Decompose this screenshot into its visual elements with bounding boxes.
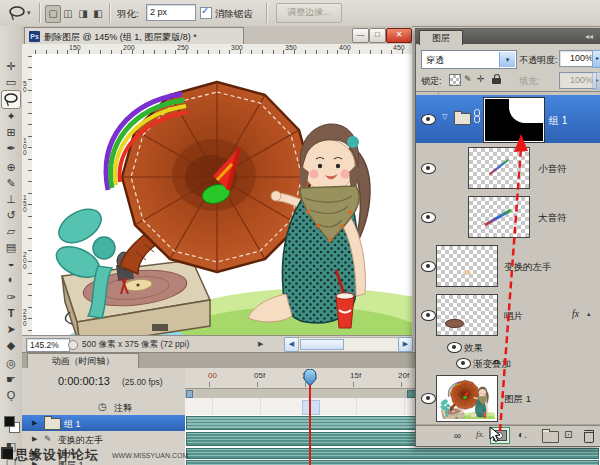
- refine-edge-button[interactable]: 调整边缘...: [276, 3, 342, 23]
- layer-thumbnail[interactable]: [468, 147, 530, 189]
- layer-row-group1[interactable]: ▽ 组 1: [416, 95, 600, 144]
- maximize-button[interactable]: □: [369, 28, 386, 43]
- layer-row-record[interactable]: 唱片 fx ▴: [416, 290, 600, 340]
- adjustment-layer-button[interactable]: ◐.: [518, 429, 527, 440]
- expand-triangle-icon[interactable]: ▽: [442, 113, 447, 121]
- fx-collapse-icon[interactable]: ▴: [587, 310, 591, 318]
- scrollbar-thumb[interactable]: [300, 339, 344, 350]
- layer-name[interactable]: 大音符: [538, 212, 567, 225]
- selection-intersect-button[interactable]: ◧: [90, 5, 106, 23]
- timeline-tab[interactable]: 动画（时间轴）: [27, 353, 139, 369]
- duration-bar[interactable]: [186, 460, 599, 465]
- layer-mask-thumbnail[interactable]: [484, 98, 544, 142]
- pen-tool-icon[interactable]: ✑: [0, 289, 22, 305]
- expand-icon[interactable]: ▶: [32, 419, 37, 427]
- visibility-eye-icon[interactable]: [421, 261, 436, 272]
- visibility-eye-icon[interactable]: [421, 163, 436, 174]
- lock-position-icon[interactable]: ✛: [477, 74, 485, 84]
- eraser-tool-icon[interactable]: ▱: [0, 223, 22, 239]
- layer-thumbnail[interactable]: [468, 196, 530, 238]
- work-area-start[interactable]: [186, 390, 193, 398]
- move-tool-icon[interactable]: ✛: [0, 58, 22, 74]
- track-label-comments[interactable]: ◷ 注释: [22, 398, 185, 416]
- lasso-tool-selected[interactable]: [1, 90, 21, 109]
- zoom-tool-icon[interactable]: Ǫ: [0, 387, 22, 403]
- marquee-tool-icon[interactable]: ▭: [0, 74, 22, 90]
- crop-tool-icon[interactable]: ⊞: [0, 124, 22, 140]
- canvas[interactable]: [32, 54, 412, 335]
- dodge-tool-icon[interactable]: ◐: [0, 271, 22, 287]
- foreground-color-swatch[interactable]: [4, 416, 15, 427]
- selection-new-button[interactable]: ▢: [45, 5, 61, 23]
- delete-layer-button[interactable]: [584, 430, 594, 443]
- new-layer-button[interactable]: ⊡: [564, 429, 572, 440]
- rotate-3d-tool-icon[interactable]: ◎: [0, 355, 22, 371]
- layer-thumbnail[interactable]: [436, 294, 498, 336]
- track-bar-record[interactable]: [185, 447, 600, 459]
- layer-row-lefthand[interactable]: 变换的左手: [416, 241, 600, 291]
- duration-bar[interactable]: [186, 448, 599, 459]
- blend-mode-select[interactable]: 穿透 ▾: [421, 50, 517, 69]
- opacity-spinner[interactable]: ▸: [592, 50, 600, 68]
- antialias-label[interactable]: 消除锯齿: [215, 8, 253, 21]
- fx-badge[interactable]: fx: [572, 309, 579, 319]
- visibility-eye-icon[interactable]: [456, 358, 471, 369]
- blur-tool-icon[interactable]: ◒: [0, 255, 22, 271]
- collapse-panel-icon[interactable]: ◂◂: [585, 32, 593, 41]
- healing-brush-tool-icon[interactable]: ⊕: [0, 159, 22, 175]
- layer-style-button[interactable]: fx.: [476, 429, 485, 439]
- layer-name[interactable]: 图层 1: [504, 393, 531, 406]
- minimize-button[interactable]: —: [352, 28, 369, 43]
- proxy-arrow-icon[interactable]: ▶: [258, 340, 263, 348]
- keyframe-marker[interactable]: [302, 400, 320, 415]
- gradient-overlay-label[interactable]: 渐变叠加: [473, 358, 511, 371]
- document-tab[interactable]: Ps 删除图层 @ 145% (组 1, 图层蒙版/8) *: [24, 27, 244, 45]
- effects-label[interactable]: 效果: [464, 342, 483, 355]
- horizontal-scrollbar[interactable]: [298, 337, 399, 352]
- lasso-dropdown-caret[interactable]: ▾: [27, 9, 31, 17]
- layers-tab[interactable]: 图层: [419, 30, 463, 45]
- quick-selection-tool-icon[interactable]: ✦: [0, 108, 22, 124]
- hand-tool-icon[interactable]: ☛: [0, 371, 22, 387]
- lock-transparency-icon[interactable]: [449, 74, 461, 86]
- eyedropper-tool-icon[interactable]: ✒: [0, 140, 22, 156]
- selection-subtract-button[interactable]: ◨: [75, 5, 91, 23]
- layer-thumbnail[interactable]: [436, 245, 498, 287]
- layer-name[interactable]: 小音符: [538, 163, 567, 176]
- link-layers-button[interactable]: ∞: [454, 430, 461, 441]
- layer-row-layer1[interactable]: 图层 1: [416, 371, 600, 425]
- clone-stamp-tool-icon[interactable]: ⊥: [0, 191, 22, 207]
- new-group-button[interactable]: [542, 431, 559, 443]
- brush-tool-icon[interactable]: ✎: [0, 175, 22, 191]
- zoom-level-field[interactable]: 145.2%: [26, 338, 70, 352]
- stopwatch-icon[interactable]: ◷: [98, 401, 107, 412]
- visibility-eye-icon[interactable]: [447, 342, 462, 353]
- layer-row-effects[interactable]: 效果: [416, 339, 600, 356]
- mask-link-icon[interactable]: [473, 109, 481, 123]
- timecode[interactable]: 0:00:00:13: [58, 375, 110, 387]
- visibility-eye-icon[interactable]: [421, 393, 436, 404]
- layer-name[interactable]: 组 1: [549, 114, 567, 128]
- scroll-right-button[interactable]: ▶: [398, 337, 413, 352]
- track-label-group1[interactable]: ▶ 组 1: [22, 415, 185, 432]
- type-tool-icon[interactable]: T: [0, 305, 22, 321]
- layer-row-smallnote[interactable]: 小音符: [416, 143, 600, 193]
- path-selection-tool-icon[interactable]: ➤: [0, 321, 22, 337]
- visibility-eye-icon[interactable]: [421, 310, 436, 321]
- layer-row-bignote[interactable]: 大音符: [416, 192, 600, 242]
- antialias-checkbox[interactable]: ✓: [200, 7, 212, 19]
- scroll-left-button[interactable]: ◀: [284, 337, 299, 352]
- layer-name[interactable]: 唱片: [504, 310, 523, 323]
- visibility-eye-icon[interactable]: [421, 212, 436, 223]
- close-button[interactable]: ✕: [386, 28, 412, 43]
- layer-row-gradient-overlay[interactable]: 渐变叠加: [416, 355, 600, 372]
- selection-add-button[interactable]: ◫: [60, 5, 76, 23]
- lock-all-icon[interactable]: [492, 78, 501, 84]
- expand-icon[interactable]: ▶: [32, 435, 37, 443]
- lock-pixels-icon[interactable]: ✎: [464, 74, 472, 84]
- chevron-down-icon[interactable]: ▾: [499, 52, 515, 67]
- layer-name[interactable]: 变换的左手: [504, 261, 552, 274]
- history-brush-tool-icon[interactable]: ↺: [0, 207, 22, 223]
- shape-tool-icon[interactable]: ◆: [0, 337, 22, 353]
- gradient-tool-icon[interactable]: ▤: [0, 239, 22, 255]
